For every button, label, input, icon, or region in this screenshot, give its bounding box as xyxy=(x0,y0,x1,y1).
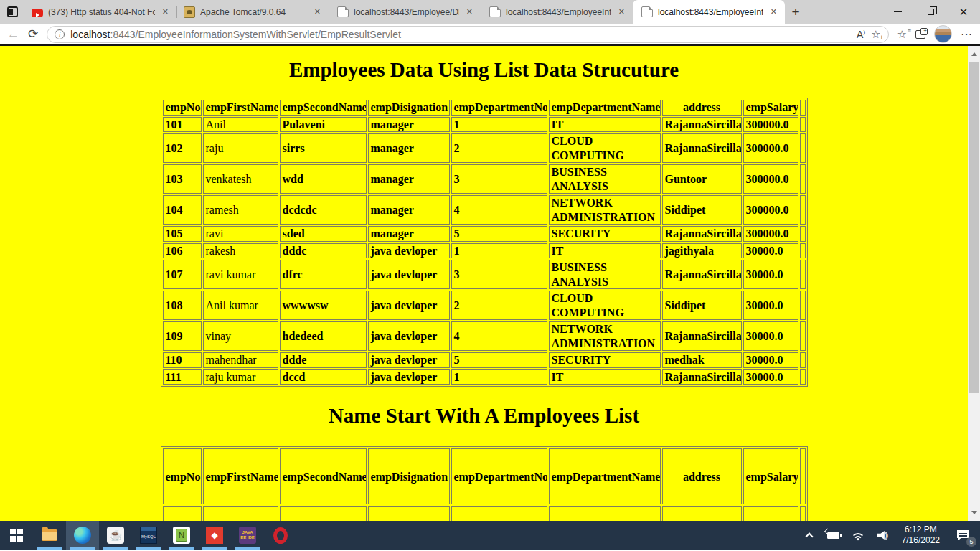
back-icon[interactable]: ← xyxy=(7,28,19,40)
table-cell: IT xyxy=(549,117,661,133)
wifi-icon[interactable] xyxy=(847,521,869,550)
page-content: Employees Data Using List Data Strucutur… xyxy=(0,46,968,521)
table-cell: CLOUD COMPUTING xyxy=(549,291,661,320)
table-row: 111raju kumardccdjava devloper1ITRajanna… xyxy=(163,369,806,385)
taskbar-java[interactable]: ☕ xyxy=(99,521,132,550)
table-cell: RajannaSircilla xyxy=(662,117,742,133)
tab-actions-menu-icon[interactable] xyxy=(0,0,24,24)
table-cell: 105 xyxy=(163,226,202,242)
tab-apache-tomcat[interactable]: Apache Tomcat/9.0.64 ✕ xyxy=(176,0,329,24)
read-aloud-icon[interactable]: A) xyxy=(857,29,865,39)
action-center-icon[interactable]: 5 xyxy=(948,521,977,550)
add-favorite-icon[interactable]: ☆ xyxy=(871,29,880,39)
refresh-icon[interactable]: ⟳ xyxy=(28,28,38,40)
table-cell: 110 xyxy=(163,352,202,368)
page-icon xyxy=(489,6,501,17)
taskbar-edge[interactable] xyxy=(66,521,99,550)
table-row: 106rakeshdddcjava devloper1ITjagithyala3… xyxy=(163,243,806,259)
restore-button[interactable] xyxy=(914,0,947,24)
profile-avatar[interactable] xyxy=(934,25,952,43)
tray-chevron-up-icon[interactable] xyxy=(798,521,820,550)
page-scrollbar[interactable] xyxy=(968,46,980,521)
spacer-cell xyxy=(800,117,806,133)
mysql-icon: MySQL xyxy=(140,527,157,544)
taskbar-java-ee-ide[interactable]: JAVA EE IDE xyxy=(231,521,264,550)
table-cell: 1 xyxy=(451,243,547,259)
battery-icon[interactable] xyxy=(823,521,844,550)
table-cell: venkatesh xyxy=(203,164,278,194)
employees-table: empNoempFirstNameempSecondNameempDisigna… xyxy=(161,98,808,387)
close-icon[interactable]: ✕ xyxy=(160,6,171,17)
close-icon[interactable]: ✕ xyxy=(312,6,323,17)
collections-icon[interactable] xyxy=(915,30,925,39)
start-button[interactable] xyxy=(0,521,33,550)
taskbar-file-explorer[interactable] xyxy=(33,521,66,550)
tab-employeeinfo-1[interactable]: localhost:8443/EmployeeInfo ✕ xyxy=(481,0,633,24)
taskbar-mysql[interactable]: MySQL xyxy=(132,521,165,550)
table-cell: Pulaveni xyxy=(280,117,367,133)
spacer-cell xyxy=(800,243,806,259)
url-text[interactable]: localhost:8443/EmployeeInformationSystem… xyxy=(70,29,851,40)
tab-title: Apache Tomcat/9.0.64 xyxy=(200,7,307,17)
table-cell: 107 xyxy=(163,260,202,289)
table-cell: jagithyala xyxy=(662,243,742,259)
close-icon[interactable]: ✕ xyxy=(616,6,627,17)
table-cell: SECURITY xyxy=(549,352,661,368)
scroll-down-icon[interactable] xyxy=(968,507,980,519)
settings-menu-icon[interactable]: ⋯ xyxy=(961,27,973,41)
close-icon[interactable]: ✕ xyxy=(768,6,779,17)
table-cell: rakesh xyxy=(203,243,278,259)
table-cell: Siddipet xyxy=(662,291,742,320)
table-cell: 109 xyxy=(163,321,202,351)
table-cell: SECURITY xyxy=(549,226,661,242)
red-diamond-icon: ◆ xyxy=(206,527,223,544)
table-cell: 104 xyxy=(163,195,202,225)
table-cell: dccd xyxy=(280,369,367,385)
taskbar-clock[interactable]: 6:12 PM 7/16/2022 xyxy=(896,524,946,546)
tab-title: localhost:8443/Employee/DB xyxy=(354,7,459,17)
table-cell: mahendhar xyxy=(203,352,278,368)
table-cell: manager xyxy=(368,195,450,225)
table-cell: manager xyxy=(368,133,450,163)
new-tab-button[interactable]: + xyxy=(785,0,806,24)
table-cell: 3 xyxy=(451,260,547,289)
table-cell: manager xyxy=(368,226,450,242)
taskbar-notepad-plus-plus[interactable]: N xyxy=(165,521,198,550)
table-row: 107ravi kumardfrcjava devloper3BUSINESS … xyxy=(163,260,806,289)
taskbar-red-diamond-app[interactable]: ◆ xyxy=(198,521,231,550)
table-cell: RajannaSircilla xyxy=(662,226,742,242)
table-cell: 300000.0 xyxy=(743,117,798,133)
table-cell: 5 xyxy=(451,352,547,368)
column-header: empSecondName xyxy=(280,448,367,504)
table-cell: 2 xyxy=(451,291,547,320)
column-header: empNo xyxy=(163,448,202,504)
minimize-button[interactable] xyxy=(881,0,914,24)
column-header: address xyxy=(662,448,742,504)
tab-youtube-404[interactable]: (373) Http status 404-Not Fou ✕ xyxy=(24,0,176,24)
scroll-up-icon[interactable] xyxy=(968,48,980,60)
column-header: empSalary xyxy=(743,100,798,116)
table-cell: 1 xyxy=(451,117,547,133)
system-tray: )) 6:12 PM 7/16/2022 5 xyxy=(798,521,980,550)
close-icon[interactable]: ✕ xyxy=(464,6,475,17)
taskbar-opera[interactable] xyxy=(264,521,297,550)
table-cell: sirrs xyxy=(280,133,367,163)
table-cell: RajannaSircilla xyxy=(662,369,742,385)
scrollbar-thumb[interactable] xyxy=(969,62,979,393)
table-cell: 300000.0 xyxy=(743,226,798,242)
spacer-cell xyxy=(800,164,806,194)
close-window-button[interactable]: ✕ xyxy=(947,0,980,24)
tab-employeeinfo-active[interactable]: localhost:8443/EmployeeInfo ✕ xyxy=(633,0,785,24)
table-cell: wwwwsw xyxy=(280,291,367,320)
favorites-hub-icon[interactable]: ☆ xyxy=(897,29,907,39)
spacer-cell xyxy=(800,195,806,225)
table-row: 101AnilPulavenimanager1ITRajannaSircilla… xyxy=(163,117,806,133)
table-cell: Guntoor xyxy=(662,164,742,194)
site-info-icon[interactable]: i xyxy=(55,29,65,39)
volume-icon[interactable]: )) xyxy=(872,521,893,550)
browser-tab-strip: (373) Http status 404-Not Fou ✕ Apache T… xyxy=(0,0,980,24)
address-bar[interactable]: i localhost:8443/EmployeeInformationSyst… xyxy=(47,26,888,43)
tab-employee-db[interactable]: localhost:8443/Employee/DB ✕ xyxy=(329,0,481,24)
table-row: 105ravisdedmanager5SECURITYRajannaSircil… xyxy=(163,226,806,242)
table-cell: BUSINESS ANALYSIS xyxy=(549,164,661,194)
